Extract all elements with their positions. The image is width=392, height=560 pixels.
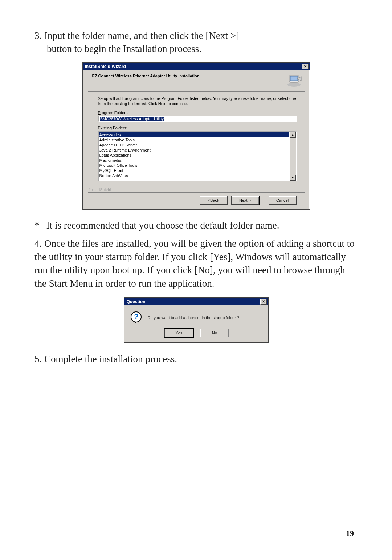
question-dialog: Question ✕ ? Do you want to add a shortc… [124, 297, 269, 343]
list-item[interactable]: MySQL-Front [99, 168, 289, 173]
list-item[interactable]: Microsoft Office Tools [99, 163, 289, 168]
list-item[interactable]: Java 2 Runtime Environment [99, 148, 289, 153]
no-button[interactable]: No [200, 329, 229, 337]
step-5-text: Complete the installation process. [44, 354, 177, 364]
next-button[interactable]: Next > [231, 196, 259, 205]
back-button[interactable]: < Back [200, 196, 228, 205]
close-icon[interactable]: ✕ [302, 64, 309, 69]
installer-icon [286, 74, 302, 88]
step-3-text-line2: button to begin the Installation process… [47, 42, 358, 55]
step-5-number: 5. [34, 354, 42, 364]
step-4: 4. Once the files are installed, you wil… [34, 237, 358, 290]
step-4-number: 4. [34, 238, 42, 249]
step-3-number: 3. [34, 30, 42, 41]
yes-button[interactable]: Yes [164, 329, 193, 337]
step-3: 3. Input the folder name, and then click… [34, 29, 358, 56]
list-item[interactable]: Accessories [99, 132, 289, 137]
page-number: 19 [346, 529, 354, 538]
wizard-header: EZ Connect Wireless Ethernet Adapter Uti… [92, 74, 200, 78]
program-folders-value: SMC2670W Wireless Adapter Utility [100, 117, 164, 121]
installshield-wizard-dialog: InstallShield Wizard ✕ EZ Connect Wirele… [82, 62, 310, 210]
scroll-down-icon[interactable]: ▼ [290, 175, 296, 181]
svg-rect-2 [290, 76, 298, 81]
installshield-group-label: InstallShield [89, 187, 305, 193]
list-item[interactable]: Apache HTTP Server [99, 142, 289, 148]
existing-folders-label: Existing Folders: [98, 126, 297, 130]
svg-point-0 [287, 82, 301, 87]
wizard-description: Setup will add program icons to the Prog… [98, 96, 297, 106]
list-item[interactable]: Norton AntiVirus [99, 173, 289, 178]
list-item[interactable]: Administrative Tools [99, 137, 289, 142]
wizard-title: InstallShield Wizard [85, 64, 126, 69]
list-item[interactable]: Macromedia [99, 158, 289, 163]
question-titlebar[interactable]: Question ✕ [124, 298, 268, 305]
step-4-text: Once the files are installed, you will b… [34, 238, 355, 289]
list-item[interactable]: Lotus Applications [99, 153, 289, 158]
existing-folders-listbox[interactable]: Accessories Administrative Tools Apache … [98, 131, 290, 181]
cancel-button[interactable]: Cancel [269, 196, 297, 205]
close-icon[interactable]: ✕ [260, 299, 267, 305]
svg-text:?: ? [134, 313, 138, 321]
question-title: Question [127, 299, 146, 304]
question-text: Do you want to add a shortcut in the sta… [148, 315, 240, 320]
program-folders-label: Program Folders: [98, 110, 297, 115]
program-folders-input[interactable]: SMC2670W Wireless Adapter Utility [98, 116, 297, 122]
step-3-text-line1: Input the folder name, and then click th… [44, 30, 239, 41]
wizard-titlebar[interactable]: InstallShield Wizard ✕ [83, 63, 310, 70]
listbox-scrollbar[interactable]: ▲ ▼ [290, 131, 297, 181]
question-mark-icon: ? [130, 311, 143, 324]
step-5: 5. Complete the installation process. [34, 352, 358, 366]
recommendation-note: * It is recommended that you choose the … [34, 220, 358, 231]
scroll-up-icon[interactable]: ▲ [290, 132, 296, 138]
